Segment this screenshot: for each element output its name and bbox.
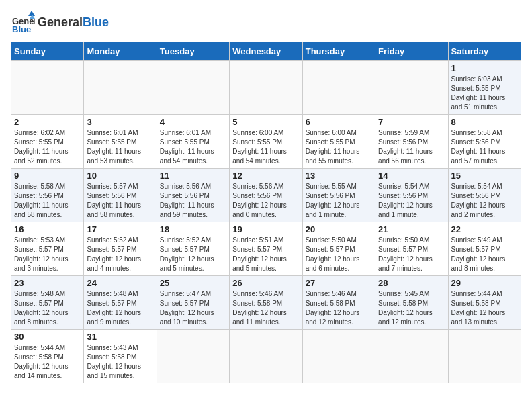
day-info: Sunrise: 5:48 AM Sunset: 5:57 PM Dayligh… [87,289,153,327]
svg-marker-2 [28,11,35,16]
calendar-cell [302,330,375,383]
calendar-week-6: 30Sunrise: 5:44 AM Sunset: 5:58 PM Dayli… [11,330,521,383]
calendar-cell: 9Sunrise: 5:58 AM Sunset: 5:56 PM Daylig… [11,169,84,222]
day-number: 31 [87,332,153,342]
calendar-table: SundayMondayTuesdayWednesdayThursdayFrid… [11,42,521,383]
day-info: Sunrise: 5:54 AM Sunset: 5:56 PM Dayligh… [451,182,518,220]
calendar-cell: 3Sunrise: 6:01 AM Sunset: 5:55 PM Daylig… [84,115,157,169]
day-number: 28 [378,278,445,288]
calendar-cell: 30Sunrise: 5:44 AM Sunset: 5:58 PM Dayli… [11,330,84,383]
day-number: 25 [160,278,226,288]
day-info: Sunrise: 5:44 AM Sunset: 5:58 PM Dayligh… [451,289,518,327]
calendar-cell: 16Sunrise: 5:53 AM Sunset: 5:57 PM Dayli… [11,222,84,276]
day-number: 6 [306,117,372,127]
day-info: Sunrise: 5:45 AM Sunset: 5:58 PM Dayligh… [378,289,445,327]
day-number: 4 [160,117,226,127]
calendar-cell [375,61,448,115]
day-number: 14 [378,171,445,181]
calendar-cell [11,61,84,115]
calendar-cell: 12Sunrise: 5:56 AM Sunset: 5:56 PM Dayli… [230,169,302,222]
day-info: Sunrise: 5:58 AM Sunset: 5:56 PM Dayligh… [14,182,81,220]
calendar-week-4: 16Sunrise: 5:53 AM Sunset: 5:57 PM Dayli… [11,222,521,276]
day-info: Sunrise: 5:56 AM Sunset: 5:56 PM Dayligh… [160,182,226,220]
day-info: Sunrise: 5:51 AM Sunset: 5:57 PM Dayligh… [232,236,299,273]
day-info: Sunrise: 5:57 AM Sunset: 5:56 PM Dayligh… [87,182,153,220]
header-monday: Monday [84,42,157,61]
day-info: Sunrise: 5:55 AM Sunset: 5:56 PM Dayligh… [306,182,372,220]
calendar-cell [84,61,157,115]
calendar-cell: 11Sunrise: 5:56 AM Sunset: 5:56 PM Dayli… [157,169,229,222]
day-info: Sunrise: 5:58 AM Sunset: 5:56 PM Dayligh… [451,128,518,166]
day-number: 2 [14,117,81,127]
day-info: Sunrise: 5:48 AM Sunset: 5:57 PM Dayligh… [14,289,81,327]
day-number: 22 [451,224,518,234]
day-info: Sunrise: 5:43 AM Sunset: 5:58 PM Dayligh… [87,343,153,381]
header-tuesday: Tuesday [157,42,229,61]
day-number: 19 [232,224,299,234]
calendar-cell: 2Sunrise: 6:02 AM Sunset: 5:55 PM Daylig… [11,115,84,169]
calendar-cell: 10Sunrise: 5:57 AM Sunset: 5:56 PM Dayli… [84,169,157,222]
calendar-cell: 4Sunrise: 6:01 AM Sunset: 5:55 PM Daylig… [157,115,229,169]
day-info: Sunrise: 6:00 AM Sunset: 5:55 PM Dayligh… [306,128,372,166]
day-number: 17 [87,224,153,234]
day-info: Sunrise: 5:47 AM Sunset: 5:57 PM Dayligh… [160,289,226,327]
day-info: Sunrise: 5:44 AM Sunset: 5:58 PM Dayligh… [14,343,81,381]
calendar-cell [157,61,229,115]
calendar-cell: 17Sunrise: 5:52 AM Sunset: 5:57 PM Dayli… [84,222,157,276]
logo-icon: General Blue [11,11,35,35]
day-number: 3 [87,117,153,127]
calendar-cell: 21Sunrise: 5:50 AM Sunset: 5:57 PM Dayli… [375,222,448,276]
calendar-cell: 24Sunrise: 5:48 AM Sunset: 5:57 PM Dayli… [84,276,157,330]
day-number: 13 [306,171,372,181]
logo: General Blue General Blue [11,11,109,35]
day-info: Sunrise: 6:00 AM Sunset: 5:55 PM Dayligh… [232,128,299,166]
day-number: 1 [451,63,518,73]
day-number: 10 [87,171,153,181]
day-info: Sunrise: 5:50 AM Sunset: 5:57 PM Dayligh… [378,236,445,273]
calendar-cell [448,330,521,383]
day-number: 8 [451,117,518,127]
calendar-cell: 14Sunrise: 5:54 AM Sunset: 5:56 PM Dayli… [375,169,448,222]
calendar-cell [230,61,302,115]
day-number: 15 [451,171,518,181]
calendar-cell: 18Sunrise: 5:52 AM Sunset: 5:57 PM Dayli… [157,222,229,276]
day-number: 5 [232,117,299,127]
calendar-week-3: 9Sunrise: 5:58 AM Sunset: 5:56 PM Daylig… [11,169,521,222]
calendar-cell [302,61,375,115]
day-number: 9 [14,171,81,181]
calendar-cell [375,330,448,383]
day-number: 18 [160,224,226,234]
calendar-cell [157,330,229,383]
day-number: 21 [378,224,445,234]
calendar-week-5: 23Sunrise: 5:48 AM Sunset: 5:57 PM Dayli… [11,276,521,330]
day-info: Sunrise: 6:03 AM Sunset: 5:55 PM Dayligh… [451,75,518,112]
header-wednesday: Wednesday [230,42,302,61]
day-number: 23 [14,278,81,288]
calendar-cell: 7Sunrise: 5:59 AM Sunset: 5:56 PM Daylig… [375,115,448,169]
day-info: Sunrise: 5:53 AM Sunset: 5:57 PM Dayligh… [14,236,81,273]
calendar-header-row: SundayMondayTuesdayWednesdayThursdayFrid… [11,42,521,61]
day-number: 29 [451,278,518,288]
calendar-cell: 1Sunrise: 6:03 AM Sunset: 5:55 PM Daylig… [448,61,521,115]
day-info: Sunrise: 5:54 AM Sunset: 5:56 PM Dayligh… [378,182,445,220]
calendar-cell: 27Sunrise: 5:46 AM Sunset: 5:58 PM Dayli… [302,276,375,330]
header-sunday: Sunday [11,42,84,61]
day-info: Sunrise: 5:50 AM Sunset: 5:57 PM Dayligh… [306,236,372,273]
day-number: 12 [232,171,299,181]
svg-text:Blue: Blue [12,24,31,34]
day-number: 11 [160,171,226,181]
day-info: Sunrise: 5:52 AM Sunset: 5:57 PM Dayligh… [160,236,226,273]
header-friday: Friday [375,42,448,61]
day-number: 30 [14,332,81,342]
calendar-cell: 31Sunrise: 5:43 AM Sunset: 5:58 PM Dayli… [84,330,157,383]
day-info: Sunrise: 5:56 AM Sunset: 5:56 PM Dayligh… [232,182,299,220]
calendar-cell: 28Sunrise: 5:45 AM Sunset: 5:58 PM Dayli… [375,276,448,330]
day-number: 27 [306,278,372,288]
calendar-cell: 25Sunrise: 5:47 AM Sunset: 5:57 PM Dayli… [157,276,229,330]
day-info: Sunrise: 5:46 AM Sunset: 5:58 PM Dayligh… [232,289,299,327]
page-header: General Blue General Blue [11,11,521,35]
day-info: Sunrise: 5:46 AM Sunset: 5:58 PM Dayligh… [306,289,372,327]
calendar-cell: 19Sunrise: 5:51 AM Sunset: 5:57 PM Dayli… [230,222,302,276]
calendar-cell: 15Sunrise: 5:54 AM Sunset: 5:56 PM Dayli… [448,169,521,222]
day-number: 26 [232,278,299,288]
